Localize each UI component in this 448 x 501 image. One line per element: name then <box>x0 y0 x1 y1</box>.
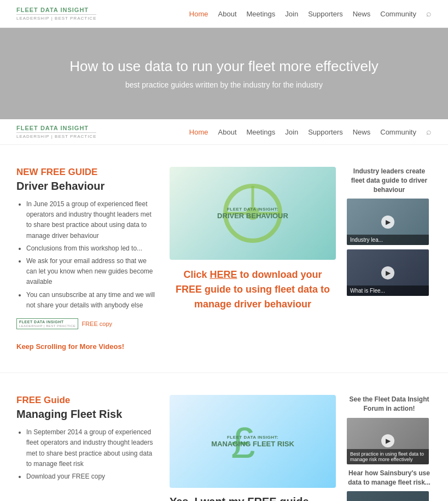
logo-sub-text: LEADERSHIP | BEST PRACTICE <box>16 16 96 21</box>
driver-center-col: FLEET DATA INSIGHT: DRIVER BEHAVIOUR Cli… <box>170 167 336 351</box>
logo-separator <box>16 14 96 15</box>
hero-section: How to use data to run your fleet more e… <box>0 28 448 119</box>
logo-main-text: FLEET DATA INSIGHT <box>16 7 96 13</box>
hero-subheading: best practice guides written by the indu… <box>16 80 432 89</box>
fleet-risk-guide-image: £ FLEET DATA INSIGHT: MANAGING FLEET RIS… <box>170 395 336 488</box>
logo: FLEET DATA INSIGHT LEADERSHIP | BEST PRA… <box>16 7 96 21</box>
sticky-logo: FLEET DATA INSIGHT LEADERSHIP | BEST PRA… <box>16 125 96 139</box>
sticky-logo-sub: LEADERSHIP | BEST PRACTICE <box>16 134 96 139</box>
sticky-logo-main: FLEET DATA INSIGHT <box>16 125 96 131</box>
free-copy-badge: FLEET DATA INSIGHT LEADERSHIP | BEST PRA… <box>16 318 112 329</box>
sticky-nav-meetings[interactable]: Meetings <box>247 128 276 136</box>
bullet-item: In September 2014 a group of experienced… <box>26 427 159 469</box>
driver-cta: Click HERE to download your FREE guide t… <box>170 267 336 312</box>
fleet-risk-image-label: FLEET DATA INSIGHT: MANAGING FLEET RISK <box>211 435 294 448</box>
bullet-item: We ask for your email address so that we… <box>26 256 159 288</box>
sticky-main-nav: Home About Meetings Join Supporters News… <box>189 127 432 137</box>
sticky-nav: FLEET DATA INSIGHT LEADERSHIP | BEST PRA… <box>0 119 448 145</box>
nav-community[interactable]: Community <box>380 10 416 18</box>
free-guide-title: Yes, I want my FREE guide <box>170 496 336 501</box>
nav-news[interactable]: News <box>353 10 371 18</box>
cta-prefix: Click <box>183 269 210 280</box>
nav-home[interactable]: Home <box>189 10 208 18</box>
section2-right-title2: Hear how Sainsbury's use data to manage … <box>347 469 432 487</box>
section1-right-title: Industry leaders create fleet data guide… <box>347 167 432 194</box>
driver-guide-image: FLEET DATA INSIGHT: DRIVER BEHAVIOUR <box>170 167 336 260</box>
bullet-item: Download your FREE copy <box>26 471 159 482</box>
badge-logo-text: FLEET DATA INSIGHT <box>19 320 75 324</box>
fleet-risk-center-col: £ FLEET DATA INSIGHT: MANAGING FLEET RIS… <box>170 395 336 501</box>
section2-right-title1: See the Fleet Data Insight Forum in acti… <box>347 395 432 413</box>
sticky-nav-join[interactable]: Join <box>285 128 298 136</box>
section1-title: Driver Behaviour <box>16 180 159 193</box>
driver-img-title: DRIVER BEHAVIOUR <box>217 212 288 220</box>
driver-behaviour-section: NEW FREE GUIDE Driver Behaviour In June … <box>0 145 448 373</box>
sticky-search-icon[interactable]: ⌕ <box>426 127 432 137</box>
section1-tag: NEW FREE GUIDE <box>16 167 159 178</box>
nav-meetings[interactable]: Meetings <box>247 10 276 18</box>
sticky-logo-sep <box>16 132 96 133</box>
search-icon[interactable]: ⌕ <box>426 9 432 19</box>
nav-about[interactable]: About <box>218 10 237 18</box>
section2-title: Managing Fleet Risk <box>16 408 159 421</box>
section1-keep-scrolling[interactable]: Keep Scrolling for More Videos! <box>16 342 159 351</box>
nav-supporters[interactable]: Supporters <box>308 10 343 18</box>
fleet-risk-section: FREE Guide Managing Fleet Risk In Septem… <box>0 373 448 501</box>
video-thumb-4[interactable]: ▶ Nick Falcon... <box>347 491 429 501</box>
driver-left-col: NEW FREE GUIDE Driver Behaviour In June … <box>16 167 159 351</box>
section2-tag: FREE Guide <box>16 395 159 406</box>
video-thumb-1[interactable]: ▶ Industry lea... <box>347 199 429 245</box>
fleet-risk-img-title: MANAGING FLEET RISK <box>211 440 294 448</box>
video-thumb-3[interactable]: ▶ Best practice in using fleet data to m… <box>347 418 429 464</box>
badge-logo-sub: LEADERSHIP | BEST PRACTICE <box>19 324 75 328</box>
video-label-3: Best practice in using fleet data to man… <box>347 449 429 464</box>
video-thumb-2[interactable]: ▶ What is Flee... <box>347 249 429 296</box>
cta-here-link[interactable]: HERE <box>210 269 237 280</box>
play-button-3[interactable]: ▶ <box>381 434 394 447</box>
sticky-nav-news[interactable]: News <box>353 128 371 136</box>
play-button-2[interactable]: ▶ <box>381 266 394 279</box>
fleet-risk-img-badge: FLEET DATA INSIGHT: <box>211 435 294 440</box>
fleet-risk-left-col: FREE Guide Managing Fleet Risk In Septem… <box>16 395 159 501</box>
sticky-nav-about[interactable]: About <box>218 128 237 136</box>
driver-right-col: Industry leaders create fleet data guide… <box>347 167 432 351</box>
driver-image-label: FLEET DATA INSIGHT: DRIVER BEHAVIOUR <box>217 207 288 220</box>
bullet-item: You can unsubscribe at any time and we w… <box>26 290 159 311</box>
sticky-nav-supporters[interactable]: Supporters <box>308 128 343 136</box>
sticky-nav-home[interactable]: Home <box>189 128 208 136</box>
video-label-2: What is Flee... <box>347 286 429 296</box>
hero-heading: How to use data to run your fleet more e… <box>16 58 432 75</box>
fleet-risk-right-col: See the Fleet Data Insight Forum in acti… <box>347 395 432 501</box>
bullet-item: In June 2015 a group of experienced flee… <box>26 199 159 241</box>
section2-bullets: In September 2014 a group of experienced… <box>16 427 159 482</box>
main-nav: Home About Meetings Join Supporters News… <box>189 9 432 19</box>
badge-free-text: FREE copy <box>82 321 112 327</box>
site-header: FLEET DATA INSIGHT LEADERSHIP | BEST PRA… <box>0 0 448 28</box>
driver-img-badge: FLEET DATA INSIGHT: <box>217 207 288 212</box>
bullet-item: Conclusions from this workshop led to... <box>26 243 159 254</box>
section1-bullets: In June 2015 a group of experienced flee… <box>16 199 159 311</box>
play-button-1[interactable]: ▶ <box>381 215 394 229</box>
nav-join[interactable]: Join <box>285 10 298 18</box>
sticky-nav-community[interactable]: Community <box>380 128 416 136</box>
video-label-1: Industry lea... <box>347 235 429 245</box>
